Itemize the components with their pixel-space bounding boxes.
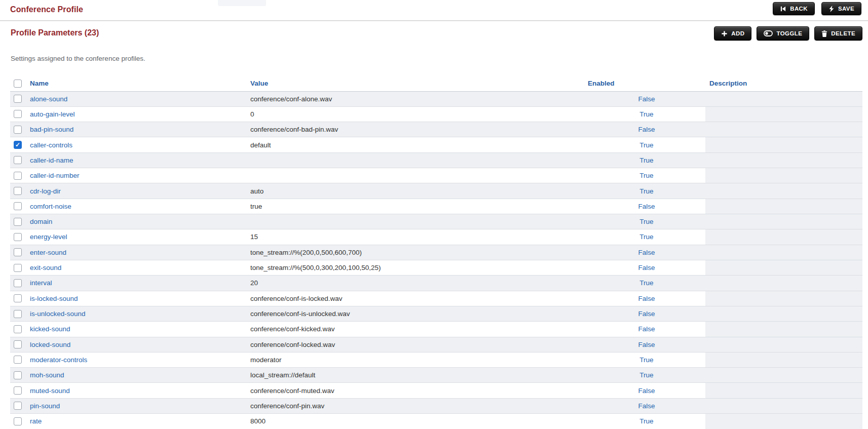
parameter-enabled-link[interactable]: True (639, 218, 653, 225)
add-button[interactable]: ADD (714, 26, 751, 41)
parameter-name-link[interactable]: is-locked-sound (30, 295, 78, 302)
parameter-name-link[interactable]: caller-id-number (30, 172, 80, 179)
row-checkbox[interactable] (14, 95, 22, 103)
parameter-enabled-link[interactable]: True (639, 417, 653, 425)
row-checkbox[interactable] (14, 417, 22, 425)
delete-button[interactable]: DELETE (814, 26, 862, 41)
parameter-enabled-link[interactable]: True (639, 141, 653, 149)
row-checkbox[interactable] (14, 202, 22, 210)
skip-back-icon (780, 6, 786, 12)
page-title: Conference Profile (10, 5, 83, 14)
toggle-button[interactable]: TOGGLE (757, 26, 809, 41)
parameter-value: 0 (250, 110, 254, 118)
parameter-value: conference/conf-muted.wav (250, 387, 334, 395)
parameter-value: conference/conf-alone.wav (250, 95, 332, 103)
table-row: cdr-log-dir auto True (10, 183, 862, 199)
parameter-name-link[interactable]: rate (30, 417, 42, 425)
table-row: exit-sound tone_stream://%(500,0,300,200… (10, 260, 862, 275)
save-button[interactable]: SAVE (821, 2, 861, 15)
parameter-value: tone_stream://%(200,0,500,600,700) (250, 249, 362, 256)
row-checkbox[interactable] (14, 126, 22, 134)
table-row: moderator-controls moderator True (10, 352, 862, 367)
row-checkbox[interactable] (14, 310, 22, 318)
table-row: alone-sound conference/conf-alone.wav Fa… (10, 91, 862, 106)
table-row: caller-id-name True (10, 152, 862, 168)
parameter-name-link[interactable]: auto-gain-level (30, 110, 75, 118)
parameter-enabled-link[interactable]: False (638, 341, 655, 348)
parameter-enabled-link[interactable]: False (638, 203, 655, 210)
row-checkbox[interactable] (14, 233, 22, 241)
parameter-name-link[interactable]: cdr-log-dir (30, 187, 61, 195)
table-row: moh-sound local_stream://default True (10, 368, 862, 383)
table-row: kicked-sound conference/conf-kicked.wav … (10, 322, 862, 337)
parameter-name-link[interactable]: is-unlocked-sound (30, 310, 86, 318)
parameter-name-link[interactable]: moderator-controls (30, 356, 87, 364)
parameter-enabled-link[interactable]: True (639, 157, 653, 164)
parameter-enabled-link[interactable]: False (638, 325, 655, 333)
column-header-enabled[interactable]: Enabled (588, 76, 705, 91)
parameter-name-link[interactable]: pin-sound (30, 402, 60, 410)
row-checkbox[interactable] (14, 156, 22, 164)
parameter-name-link[interactable]: muted-sound (30, 387, 70, 395)
parameter-enabled-link[interactable]: True (639, 172, 653, 179)
parameter-enabled-link[interactable]: True (639, 371, 653, 379)
table-row: is-locked-sound conference/conf-is-locke… (10, 291, 862, 306)
parameter-enabled-link[interactable]: True (639, 233, 653, 241)
parameter-name-link[interactable]: domain (30, 218, 52, 225)
parameter-enabled-link[interactable]: False (638, 295, 655, 302)
parameter-value: conference/conf-bad-pin.wav (250, 126, 338, 133)
parameter-name-link[interactable]: caller-controls (30, 141, 72, 149)
row-checkbox[interactable] (14, 141, 22, 149)
parameter-enabled-link[interactable]: True (639, 279, 653, 287)
section-actions: ADD TOGGLE DELETE (714, 26, 862, 41)
column-header-name[interactable]: Name (26, 76, 248, 91)
row-checkbox[interactable] (14, 356, 22, 364)
row-checkbox[interactable] (14, 340, 22, 348)
row-checkbox[interactable] (14, 402, 22, 410)
scrolled-content-artifact (218, 0, 266, 6)
parameter-enabled-link[interactable]: False (638, 310, 655, 318)
parameter-name-link[interactable]: caller-id-name (30, 157, 73, 164)
row-checkbox[interactable] (14, 325, 22, 333)
parameter-value: conference/conf-pin.wav (250, 402, 324, 410)
row-checkbox[interactable] (14, 248, 22, 256)
row-checkbox[interactable] (14, 371, 22, 379)
row-checkbox[interactable] (14, 264, 22, 272)
table-row: caller-controls default True (10, 137, 862, 152)
parameter-name-link[interactable]: moh-sound (30, 371, 64, 379)
parameter-enabled-link[interactable]: False (638, 387, 655, 395)
row-checkbox[interactable] (14, 187, 22, 195)
section-title: Profile Parameters (23) (11, 28, 99, 37)
parameter-name-link[interactable]: energy-level (30, 233, 67, 241)
back-button[interactable]: BACK (773, 2, 815, 15)
lightning-bolt-icon (828, 6, 835, 12)
table-row: caller-id-number True (10, 168, 862, 183)
select-all-checkbox[interactable] (14, 80, 22, 88)
parameter-name-link[interactable]: exit-sound (30, 264, 61, 271)
column-header-description[interactable]: Description (705, 76, 862, 91)
parameter-name-link[interactable]: comfort-noise (30, 203, 71, 210)
row-checkbox[interactable] (14, 110, 22, 118)
parameter-enabled-link[interactable]: False (638, 126, 655, 133)
parameter-name-link[interactable]: kicked-sound (30, 325, 70, 333)
parameter-name-link[interactable]: alone-sound (30, 95, 67, 103)
parameter-value: 8000 (250, 417, 266, 425)
row-checkbox[interactable] (14, 386, 22, 395)
parameter-enabled-link[interactable]: True (639, 356, 653, 364)
row-checkbox[interactable] (14, 279, 22, 287)
parameter-enabled-link[interactable]: False (638, 95, 655, 103)
parameter-name-link[interactable]: interval (30, 279, 52, 287)
parameter-name-link[interactable]: enter-sound (30, 249, 66, 256)
parameter-enabled-link[interactable]: True (639, 187, 653, 195)
parameter-enabled-link[interactable]: True (639, 110, 653, 118)
parameter-enabled-link[interactable]: False (638, 264, 655, 271)
parameter-enabled-link[interactable]: False (638, 249, 655, 256)
row-checkbox[interactable] (14, 218, 22, 226)
row-checkbox[interactable] (14, 172, 22, 180)
column-header-value[interactable]: Value (248, 76, 588, 91)
plus-icon (721, 30, 728, 37)
parameter-enabled-link[interactable]: False (638, 402, 655, 410)
parameter-name-link[interactable]: bad-pin-sound (30, 126, 73, 133)
row-checkbox[interactable] (14, 294, 22, 302)
parameter-name-link[interactable]: locked-sound (30, 341, 70, 348)
